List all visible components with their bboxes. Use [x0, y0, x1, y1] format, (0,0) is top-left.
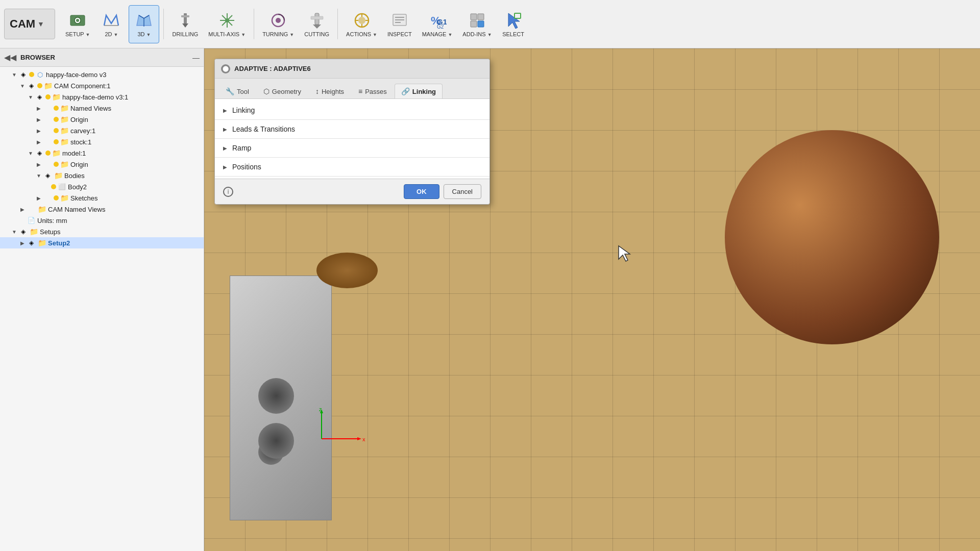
- select-label: SELECT: [502, 31, 524, 37]
- 2d-label: 2D ▼: [105, 31, 118, 37]
- addins-icon: [468, 11, 487, 30]
- tree-item-root[interactable]: ▼ ◈ ⬡ happy-face-demo v3: [0, 69, 204, 80]
- info-button[interactable]: i: [223, 187, 233, 197]
- browser-header: ◀◀ BROWSER —: [0, 48, 204, 67]
- tree-item-label: happy-face-demo v3: [46, 71, 107, 79]
- svg-rect-26: [471, 14, 477, 20]
- svg-rect-28: [471, 21, 477, 27]
- tree-item-setups[interactable]: ▼ ◈ 📁 Setups: [0, 226, 204, 237]
- inspect-button[interactable]: INSPECT: [383, 5, 416, 43]
- tree-item-camnamedviews[interactable]: ▶ 📁 CAM Named Views: [0, 204, 204, 215]
- tree-item-units[interactable]: 📄 Units: mm: [0, 215, 204, 226]
- tree-folder-icon: 📁: [60, 193, 69, 203]
- tree-item-camcomponent[interactable]: ▼ ◈ 📁 CAM Component:1: [0, 80, 204, 91]
- tree-item-setup2[interactable]: ▶ ◈ 📁 Setup2: [0, 237, 204, 248]
- ok-button[interactable]: OK: [404, 184, 439, 199]
- tree-item-label: Units: mm: [37, 217, 67, 224]
- tree-expand-icon: [43, 137, 52, 146]
- setup-button[interactable]: SETUP ▼: [61, 5, 94, 43]
- passes-tab-icon: ≡: [358, 87, 362, 95]
- info-icon-label: i: [228, 188, 229, 195]
- tree-folder-icon: 📁: [60, 160, 69, 169]
- browser-nav-arrows[interactable]: ◀◀: [4, 53, 16, 62]
- tree-folder-icon: 📁: [29, 227, 38, 236]
- multiaxis-button[interactable]: MULTI-AXIS ▼: [204, 5, 250, 43]
- tab-passes[interactable]: ≡ Passes: [352, 84, 394, 98]
- tab-tool[interactable]: 🔧 Tool: [219, 84, 256, 98]
- tree-arrow: ▶: [35, 117, 43, 122]
- tree-expand-icon: [43, 193, 52, 203]
- tree-expand-icon: ◈: [18, 227, 28, 236]
- tab-passes-label: Passes: [365, 88, 387, 95]
- tree-item-namedviews[interactable]: ▶ 📁 Named Views: [0, 103, 204, 114]
- browser-panel: ◀◀ BROWSER — ▼ ◈ ⬡ happy-face-demo v3 ▼ …: [0, 48, 204, 551]
- tree-item-origin2[interactable]: ▶ 📁 Origin: [0, 159, 204, 170]
- tree-folder-icon: 📁: [37, 205, 46, 214]
- section-positions[interactable]: ▶ Positions: [215, 158, 489, 177]
- tree-item-bodies[interactable]: ▼ ◈ 📁 Bodies: [0, 170, 204, 181]
- tree-item-happyface[interactable]: ▼ ◈ 📁 happy-face-demo v3:1: [0, 91, 204, 103]
- actions-label: ACTIONS ▼: [346, 31, 377, 37]
- select-icon: [504, 11, 523, 30]
- tree-folder-icon: 📁: [60, 137, 69, 146]
- tree-item-model[interactable]: ▼ ◈ 📁 model:1: [0, 147, 204, 159]
- svg-point-14: [358, 17, 365, 24]
- tree-arrow: ▶: [35, 162, 43, 167]
- 3d-button[interactable]: 3D ▼: [129, 5, 159, 43]
- section-ramp[interactable]: ▶ Ramp: [215, 139, 489, 158]
- tree-item-label: CAM Component:1: [54, 82, 111, 90]
- tab-heights[interactable]: ↕ Heights: [309, 84, 351, 98]
- svg-marker-11: [313, 24, 321, 29]
- tree-item-carvey[interactable]: ▶ 📁 carvey:1: [0, 125, 204, 136]
- 3d-viewport[interactable]: x z ⬤ ADAPTIVE : ADAPTIVE6 🔧 Tool: [204, 48, 980, 551]
- tree-item-sketches[interactable]: ▶ 📁 Sketches: [0, 192, 204, 204]
- tree-item-label: model:1: [62, 149, 86, 157]
- manage-button[interactable]: % G1 G2 MANAGE ▼: [418, 5, 457, 43]
- tree-arrow: ▶: [18, 240, 27, 246]
- tree-arrow: ▼: [35, 173, 43, 179]
- sphere-object: [725, 130, 939, 344]
- svg-point-2: [76, 19, 79, 22]
- tree-expand-icon: [27, 205, 36, 214]
- tree-item-label: stock:1: [70, 138, 91, 146]
- dialog-title-icon: ⬤: [221, 64, 230, 73]
- 2d-button[interactable]: 2D ▼: [96, 5, 127, 43]
- tree-item-stock[interactable]: ▶ 📁 stock:1: [0, 136, 204, 147]
- tree-item-label: CAM Named Views: [48, 206, 105, 213]
- svg-rect-27: [478, 14, 484, 20]
- section-leads-transitions[interactable]: ▶ Leads & Transitions: [215, 120, 489, 139]
- svg-point-9: [276, 18, 281, 23]
- select-button[interactable]: SELECT: [498, 5, 529, 43]
- tree-units-icon: 📄: [27, 216, 36, 225]
- tree-item-origin1[interactable]: ▶ 📁 Origin: [0, 114, 204, 125]
- browser-collapse-button[interactable]: —: [192, 54, 200, 62]
- linking-tab-icon: 🔗: [401, 87, 410, 95]
- svg-text:G2: G2: [437, 24, 444, 30]
- divider-1: [163, 9, 164, 39]
- drilling-label: DRILLING: [172, 31, 198, 37]
- svg-marker-5: [182, 23, 188, 28]
- tree-item-label: Body2: [68, 183, 87, 191]
- tab-linking[interactable]: 🔗 Linking: [395, 84, 443, 98]
- browser-tree: ▼ ◈ ⬡ happy-face-demo v3 ▼ ◈ 📁 CAM Compo…: [0, 67, 204, 551]
- drilling-button[interactable]: DRILLING: [168, 5, 202, 43]
- cancel-button[interactable]: Cancel: [444, 184, 481, 199]
- turning-icon: [268, 11, 288, 30]
- tree-status-icon: [51, 184, 56, 189]
- cam-dropdown[interactable]: CAM ▼: [4, 9, 55, 39]
- dialog-titlebar: ⬤ ADAPTIVE : ADAPTIVE6: [215, 59, 489, 79]
- tree-arrow: ▶: [35, 139, 43, 145]
- svg-marker-33: [357, 437, 361, 440]
- tree-item-label: Origin: [70, 161, 88, 168]
- tree-status-icon: [54, 128, 59, 133]
- section-linking[interactable]: ▶ Linking: [215, 101, 489, 120]
- 3d-icon: [134, 11, 154, 30]
- actions-button[interactable]: ACTIONS ▼: [342, 5, 381, 43]
- tree-item-body2[interactable]: ⬜ Body2: [0, 181, 204, 192]
- tab-geometry[interactable]: ⬡ Geometry: [257, 84, 308, 98]
- section-arrow-leads: ▶: [223, 127, 227, 132]
- tree-folder-icon: 📁: [60, 115, 69, 124]
- addins-button[interactable]: ADD-INS ▼: [458, 5, 496, 43]
- turning-button[interactable]: TURNING ▼: [258, 5, 298, 43]
- cutting-button[interactable]: CUTTING: [300, 5, 333, 43]
